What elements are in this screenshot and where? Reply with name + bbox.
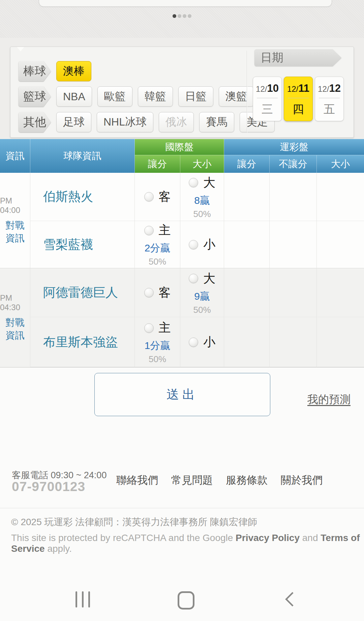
date-weekday: 三 xyxy=(262,102,273,117)
game1-away-sport-nospread-cell xyxy=(270,173,317,221)
game2-home-spread-option: 主 xyxy=(144,320,171,336)
footer-link-terms[interactable]: 服務條款 xyxy=(226,473,268,487)
category-label-basketball: 籃球 xyxy=(19,86,51,107)
game2-home-total-label: 小 xyxy=(203,334,215,350)
game2-home-sport-spread-cell xyxy=(224,317,270,367)
header-sport-nospread: 不讓分 xyxy=(270,155,317,173)
game2-home-intl-total-cell: 小 xyxy=(180,317,224,367)
date-label-wrap: 日期 xyxy=(254,49,341,66)
date-card-rule xyxy=(257,98,278,98)
league-chip-nhl[interactable]: NHL冰球 xyxy=(97,112,153,132)
nav-back-icon[interactable] xyxy=(285,592,300,607)
game1-home-spread-radio[interactable] xyxy=(144,226,154,235)
date-card-rule xyxy=(319,98,340,98)
game1-home-sport-total-cell xyxy=(317,221,364,268)
header-intl-spread: 讓分 xyxy=(135,155,180,173)
carousel-dot-3[interactable] xyxy=(183,14,186,18)
league-chip-nbl[interactable]: 澳籃 xyxy=(219,86,254,107)
date-weekday: 四 xyxy=(293,102,304,117)
game1-away-sport-total-cell xyxy=(317,173,364,221)
carousel-dot-1[interactable] xyxy=(173,14,176,18)
league-chip-soccer[interactable]: 足球 xyxy=(56,112,91,132)
game2-away-sport-total-cell xyxy=(317,268,364,317)
game1-home-intl-total-cell: 小 xyxy=(180,221,224,268)
game1-away-spread-radio[interactable] xyxy=(144,192,154,201)
game2-time: PM 04:30 xyxy=(0,293,30,312)
category-label-baseball: 棒球 xyxy=(19,61,51,81)
page: 棒球 澳棒 籃球 NBA 歐籃 韓籃 日籃 澳籃 其他 足球 NHL冰球 俄冰 … xyxy=(0,0,364,621)
footer-link-about-us[interactable]: 關於我們 xyxy=(281,473,323,487)
my-predictions-link[interactable]: 我的預測 xyxy=(307,392,351,407)
date-month: 12/ xyxy=(318,84,329,94)
recaptcha-notice: This site is protected by reCAPTCHA and … xyxy=(11,533,364,554)
league-chip-aus-baseball[interactable]: 澳棒 xyxy=(56,61,91,81)
game2-away-total-pct: 50% xyxy=(193,305,211,315)
game1-home-spread-win: 2分贏 xyxy=(145,241,171,255)
header-intl-total: 大小 xyxy=(180,155,224,173)
game1-home-team: 雪梨藍襪 xyxy=(30,221,135,268)
matchup-link-line2: 資訊 xyxy=(6,330,25,341)
footer-link-contact-us[interactable]: 聯絡我們 xyxy=(116,473,158,487)
footer-link-faq[interactable]: 常見問題 xyxy=(171,473,213,487)
date-value: 12/ 11 xyxy=(287,82,309,94)
game1-away-spread-label: 客 xyxy=(159,189,171,205)
submit-button[interactable]: 送出 xyxy=(94,373,270,416)
game2-away-total-stack: 大 9贏 50% xyxy=(189,270,215,315)
game1-away-intl-total-cell: 大 8贏 50% xyxy=(180,173,224,221)
service-phone-number: 07-9700123 xyxy=(12,479,85,494)
game1-home-intl-spread-cell: 主 2分贏 50% xyxy=(135,221,180,268)
game2-away-total-label: 大 xyxy=(203,270,215,287)
game2-matchup-info-link[interactable]: 對戰 資訊 xyxy=(6,316,25,342)
league-chip-horse-racing[interactable]: 賽馬 xyxy=(199,112,234,132)
header-team-info: 球隊資訊 xyxy=(30,139,135,173)
odds-table: 資訊 球隊資訊 國際盤 運彩盤 讓分 大小 讓分 不讓分 大小 PM 04:00… xyxy=(0,139,364,368)
category-label-other: 其他 xyxy=(19,112,51,132)
carousel-dot-4[interactable] xyxy=(188,14,191,18)
game1-away-intl-spread-cell: 客 xyxy=(135,173,180,221)
game1-home-spread-option: 主 xyxy=(144,222,171,239)
date-card-12-12[interactable]: 12/ 12 五 xyxy=(315,77,344,121)
game1-home-total-label: 小 xyxy=(203,236,215,253)
game2-away-team: 阿德雷德巨人 xyxy=(30,268,135,317)
date-card-12-11-selected[interactable]: 12/ 11 四 xyxy=(284,77,313,121)
game1-home-sport-spread-cell xyxy=(224,221,270,268)
game2-home-sport-nospread-cell xyxy=(270,317,317,367)
filter-row-baseball: 棒球 澳棒 xyxy=(19,61,91,82)
game1-home-total-option: 小 xyxy=(189,236,215,253)
carousel-dot-2[interactable] xyxy=(178,14,181,18)
recaptcha-privacy-policy-link[interactable]: Privacy Policy xyxy=(236,533,300,543)
game2-away-sport-spread-cell xyxy=(224,268,270,317)
game1-home-spread-stack: 主 2分贏 50% xyxy=(144,222,171,267)
game1-away-team: 伯斯熱火 xyxy=(30,173,135,221)
league-chip-kbl[interactable]: 韓籃 xyxy=(138,86,173,107)
game1-home-sport-nospread-cell xyxy=(270,221,317,268)
header-group-sport-lottery: 運彩盤 xyxy=(224,139,364,155)
panel-vertical-divider xyxy=(247,51,247,133)
nav-recents-icon[interactable] xyxy=(75,591,90,608)
game2-away-spread-label: 客 xyxy=(159,285,171,301)
game2-home-spread-stack: 主 1分贏 50% xyxy=(144,320,171,364)
recaptcha-mid: and xyxy=(300,533,321,543)
date-card-12-10[interactable]: 12/ 10 三 xyxy=(253,77,282,121)
game2-home-total-radio[interactable] xyxy=(189,338,198,347)
game2-home-total-option: 小 xyxy=(189,334,215,350)
league-chip-jbl[interactable]: 日籃 xyxy=(178,86,213,107)
league-chip-nba[interactable]: NBA xyxy=(56,86,92,107)
league-chip-euro-basketball[interactable]: 歐籃 xyxy=(97,86,132,107)
game1-away-total-radio[interactable] xyxy=(189,178,198,187)
date-value: 12/ 12 xyxy=(318,82,341,94)
game1-matchup-info-link[interactable]: 對戰 資訊 xyxy=(6,219,25,245)
game2-away-total-win: 9贏 xyxy=(194,290,210,303)
footer-links: 聯絡我們 常見問題 服務條款 關於我們 xyxy=(116,473,323,487)
category-arrow-wrap: 籃球 xyxy=(19,86,51,107)
filter-row-basketball: 籃球 NBA 歐籃 韓籃 日籃 澳籃 xyxy=(19,86,254,107)
copyright-text: © 2025 玩運彩 法律顧問：漢英得力法律事務所 陳鎮宏律師 xyxy=(11,516,257,529)
game1-home-total-radio[interactable] xyxy=(189,240,198,249)
game2-home-spread-win: 1分贏 xyxy=(145,339,171,353)
game1-info-cell: PM 04:00 對戰 資訊 xyxy=(0,173,30,268)
game2-away-spread-radio[interactable] xyxy=(144,288,154,297)
game2-away-total-radio[interactable] xyxy=(189,274,198,283)
game2-home-spread-radio[interactable] xyxy=(144,323,154,333)
nav-home-icon[interactable] xyxy=(178,591,194,610)
date-day: 11 xyxy=(298,82,309,94)
